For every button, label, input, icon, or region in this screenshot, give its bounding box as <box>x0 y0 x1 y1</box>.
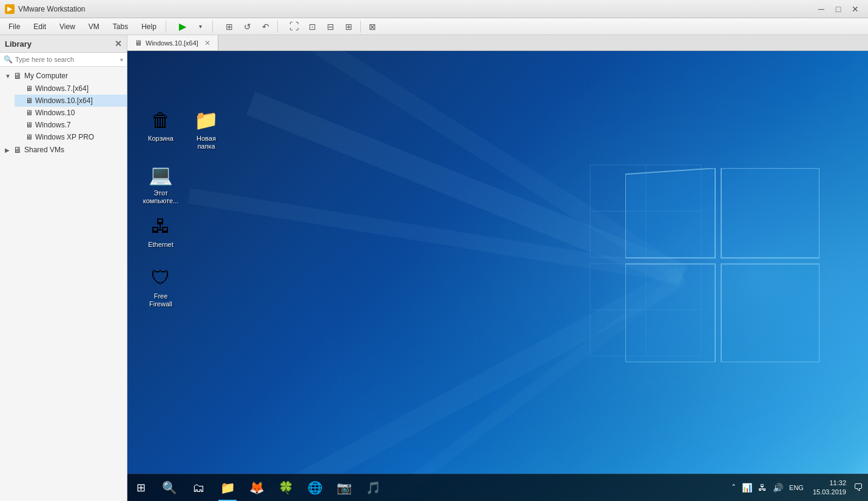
taskbar-media[interactable]: 🎵 <box>358 474 388 502</box>
play-button[interactable]: ▶ <box>174 19 191 34</box>
taskbar-firefox[interactable]: 🦊 <box>242 474 271 502</box>
tree-vm-win7-x64[interactable]: 🖥 Windows.7.[x64] <box>15 82 127 95</box>
computer-icon: 🖥 <box>13 71 22 81</box>
taskbar: ⊞ 🔍 🗂 📁 🦊 <box>127 474 868 501</box>
taskbar-app1[interactable]: 🍀 <box>271 474 300 502</box>
unity-button[interactable]: ⊡ <box>304 19 321 34</box>
tab-close-button[interactable]: ✕ <box>204 39 210 47</box>
tray-date-value: 15.03.2019 <box>813 488 846 497</box>
maximize-button[interactable]: □ <box>830 3 846 15</box>
task-view-icon: 🗂 <box>192 481 204 495</box>
snapshot-manager[interactable]: ↶ <box>257 19 274 34</box>
taskbar-file-explorer[interactable]: 📁 <box>213 474 242 502</box>
start-button[interactable]: ⊞ <box>127 474 155 502</box>
firewall-icon: 🛡 <box>149 266 173 290</box>
tray-network-icon[interactable]: 🖧 <box>756 483 769 493</box>
ethernet-icon: 🖧 <box>149 214 173 238</box>
tray-lang[interactable]: ENG <box>787 484 806 491</box>
taskbar-photos[interactable]: 📷 <box>329 474 358 502</box>
desktop-icon-computer[interactable]: 💻 Этот компьюте... <box>140 160 182 207</box>
taskbar-tray: ˄ 📊 🖧 🔊 ENG 11:32 15.03.2019 🗨 <box>725 474 868 501</box>
app-title: VMware Workstation <box>18 5 85 13</box>
revert-button[interactable]: ↺ <box>239 19 256 34</box>
toolbar-divider-1 <box>166 21 166 33</box>
toolbar-divider-4 <box>360 21 361 33</box>
title-bar-left: ▶ VMware Workstation <box>5 4 85 14</box>
search-input[interactable] <box>15 56 118 63</box>
svg-marker-19 <box>722 265 818 361</box>
vm-desktop[interactable]: 🗑 Корзина 📁 Новая папка 💻 Этот компьюте.… <box>127 51 868 501</box>
vm-winxp-label: Windows XP PRO <box>35 133 94 141</box>
recycle-bin-label: Корзина <box>148 135 173 143</box>
menu-help[interactable]: Help <box>135 20 163 33</box>
globe-icon: 🌐 <box>308 480 323 495</box>
desktop-icon-folder[interactable]: 📁 Новая папка <box>185 106 227 153</box>
tree-my-computer[interactable]: ▼ 🖥 My Computer <box>0 69 127 82</box>
tray-speaker-icon[interactable]: 🔊 <box>771 483 785 493</box>
tray-taskbar-icon[interactable]: 📊 <box>740 483 754 493</box>
split-view-2-button[interactable]: ⊞ <box>340 19 357 34</box>
tree-vm-win7[interactable]: 🖥 Windows.7 <box>15 119 127 131</box>
tree-shared-vms[interactable]: ▶ 🖥 Shared VMs <box>0 143 127 156</box>
search-icon: 🔍 <box>4 55 13 64</box>
toolbar-group-view: ⛶ ⊡ ⊟ ⊞ <box>286 19 357 34</box>
taskbar-apps: 🔍 🗂 📁 🦊 🍀 🌐 <box>155 474 725 502</box>
split-view-button[interactable]: ⊟ <box>322 19 339 34</box>
close-button[interactable]: ✕ <box>847 3 863 15</box>
search-dropdown-icon[interactable]: ▾ <box>120 56 123 63</box>
vm-win7-label: Windows.7 <box>35 121 71 129</box>
desktop-icon-ethernet[interactable]: 🖧 Ethernet <box>140 212 182 251</box>
play-dropdown[interactable]: ▾ <box>192 19 209 34</box>
taskbar-task-view[interactable]: 🗂 <box>184 474 213 502</box>
vm-area: 🖥 Windows.10.[x64] ✕ <box>127 35 868 501</box>
vm-win10-x64-label: Windows.10.[x64] <box>35 96 93 105</box>
vm-win10-label: Windows.10 <box>35 109 75 117</box>
windows-logo <box>625 168 819 364</box>
svg-marker-17 <box>722 169 818 257</box>
toolbar-group-snapshot: ⊞ ↺ ↶ <box>221 19 274 34</box>
sidebar-close-button[interactable]: ✕ <box>115 39 122 49</box>
cad-button[interactable]: ⊠ <box>364 19 381 34</box>
minimize-button[interactable]: ─ <box>813 3 829 15</box>
desktop-icon-firewall[interactable]: 🛡 Free Firewall <box>140 263 182 311</box>
sidebar: Library ✕ 🔍 ▾ ▼ 🖥 My Computer 🖥 Windows.… <box>0 35 127 501</box>
vm-icon-2: 🖥 <box>25 96 33 105</box>
file-explorer-icon: 📁 <box>220 480 235 495</box>
snapshot-button[interactable]: ⊞ <box>221 19 238 34</box>
menu-vm[interactable]: VM <box>82 20 106 33</box>
firewall-label: Free Firewall <box>142 292 180 308</box>
tab-label: Windows.10.[x64] <box>146 39 198 47</box>
my-computer-label: My Computer <box>24 72 68 80</box>
fullscreen-button[interactable]: ⛶ <box>286 19 303 34</box>
tray-clock[interactable]: 11:32 15.03.2019 <box>808 479 851 497</box>
window-controls: ─ □ ✕ <box>813 3 863 15</box>
tree-children: 🖥 Windows.7.[x64] 🖥 Windows.10.[x64] 🖥 W… <box>0 82 127 143</box>
menu-tabs[interactable]: Tabs <box>107 20 134 33</box>
recycle-bin-icon: 🗑 <box>149 108 173 132</box>
menu-file[interactable]: File <box>2 20 26 33</box>
this-computer-icon: 💻 <box>149 163 173 187</box>
folder-label: Новая папка <box>187 135 225 150</box>
search-taskbar-icon: 🔍 <box>162 480 177 495</box>
menu-edit[interactable]: Edit <box>27 20 52 33</box>
tree-vm-win10-x64[interactable]: 🖥 Windows.10.[x64] <box>15 95 127 107</box>
taskbar-search[interactable]: 🔍 <box>155 474 184 502</box>
tree-vm-win10[interactable]: 🖥 Windows.10 <box>15 107 127 119</box>
ethernet-label: Ethernet <box>148 241 173 249</box>
vm-icon-4: 🖥 <box>25 121 33 129</box>
desktop-icon-recycle[interactable]: 🗑 Корзина <box>140 106 182 145</box>
vm-tab-win10-x64[interactable]: 🖥 Windows.10.[x64] ✕ <box>127 35 218 50</box>
vm-win7-x64-label: Windows.7.[x64] <box>35 84 89 93</box>
vm-icon-1: 🖥 <box>25 84 33 93</box>
menu-view[interactable]: View <box>53 20 81 33</box>
toolbar-group-play: ▶ ▾ <box>174 19 209 34</box>
library-title: Library <box>5 39 32 49</box>
taskbar-browser[interactable]: 🌐 <box>300 474 329 502</box>
expand-icon: ▼ <box>5 73 11 79</box>
shared-icon: 🖥 <box>13 145 22 155</box>
tray-notification-icon[interactable]: 🗨 <box>853 482 863 493</box>
svg-marker-16 <box>627 169 714 257</box>
tree-vm-winxp[interactable]: 🖥 Windows XP PRO <box>15 131 127 143</box>
tray-chevron-icon[interactable]: ˄ <box>730 483 738 493</box>
toolbar-divider-3 <box>277 21 278 33</box>
